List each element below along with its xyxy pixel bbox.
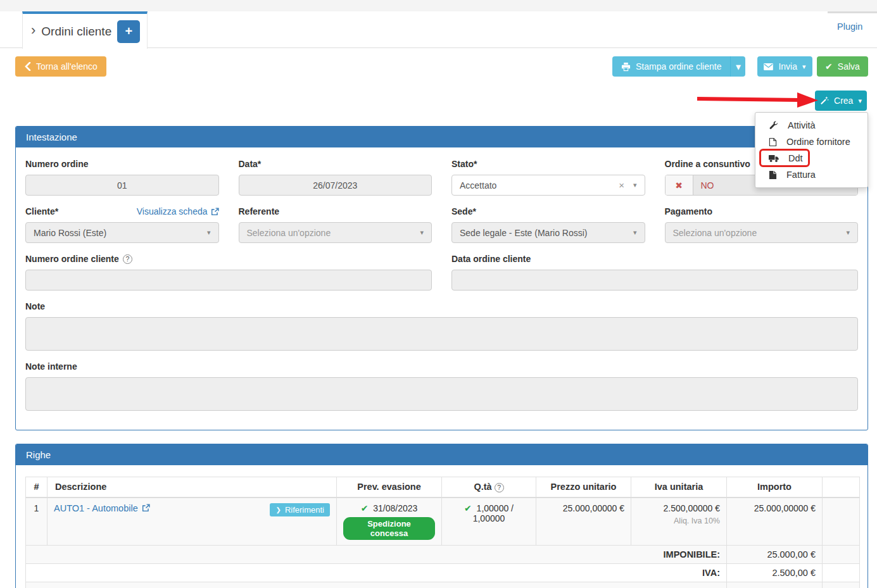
panel-title: Intestazione (26, 132, 77, 142)
table-header-row: # Descrizione Prev. evasione Q.tà ? Prez… (26, 477, 860, 497)
iva-value: 2.500,00000 € (638, 503, 720, 513)
row-prev-evasione-cell: ✔ 31/08/2023 Spedizione concessa (337, 497, 442, 546)
row-importo-cell: 25.000,00000 € (727, 497, 823, 546)
menu-item-attivita[interactable]: Attività (755, 117, 868, 134)
print-split-button: Stampa ordine cliente ▾ (612, 56, 745, 77)
stato-label: Stato* (451, 159, 645, 169)
note-textarea (25, 317, 858, 351)
truck-icon (769, 154, 779, 163)
file-solid-icon (769, 170, 777, 180)
chevron-right-icon: › (31, 23, 35, 37)
print-label: Stampa ordine cliente (636, 61, 721, 72)
spedizione-badge: Spedizione concessa (343, 517, 435, 540)
empty-cell (823, 563, 860, 582)
send-button[interactable]: Invia ▾ (757, 56, 812, 77)
col-descrizione: Descrizione (47, 477, 337, 497)
numero-ordine-label: Numero ordine (25, 159, 219, 169)
create-button[interactable]: Crea ▾ (815, 91, 867, 111)
wrench-icon (769, 121, 778, 130)
field-stato: Stato* Accettato × ▾ (451, 159, 645, 196)
field-data: Data* 26/07/2023 (239, 159, 432, 196)
envelope-icon (764, 63, 773, 70)
top-right-accent (828, 11, 877, 13)
print-dropdown-toggle[interactable]: ▾ (730, 56, 745, 77)
send-label: Invia (778, 61, 797, 72)
row-prezzo-cell: 25.000,00000 € (536, 497, 631, 546)
printer-icon (621, 62, 631, 72)
red-pointer-arrow (693, 92, 820, 108)
page-title: Ordini cliente (41, 25, 111, 39)
total-row-imponibile: IMPONIBILE: 25.000,00 € (26, 545, 860, 563)
field-numero-ordine-cliente: Numero ordine cliente ? (25, 254, 432, 291)
prev-evasione-date: 31/08/2023 (373, 503, 417, 513)
col-qta-label: Q.tà (474, 482, 491, 492)
help-icon: ? (123, 254, 132, 264)
panel-righe-header: Righe (16, 444, 868, 465)
sede-select: Sede legale - Este (Mario Rossi) ▾ (451, 222, 645, 243)
check-icon: ✔ (825, 61, 833, 72)
row-iva-cell: 2.500,00000 € Aliq. Iva 10% (631, 497, 727, 546)
check-icon: ✔ (361, 503, 369, 513)
visualizza-scheda-link[interactable]: Visualizza scheda (137, 206, 219, 216)
menu-item-label: Ordine fornitore (786, 137, 850, 147)
cliente-select: Mario Rossi (Este) ▾ (25, 222, 219, 243)
qta-value-2: 1,00000 (448, 513, 529, 523)
article-link[interactable]: AUTO1 - Automobile (54, 503, 150, 513)
chevron-right-icon: ❯ (275, 506, 281, 513)
menu-item-label: Fattura (786, 170, 816, 180)
stato-select[interactable]: Accettato × ▾ (451, 175, 645, 196)
file-outline-icon (769, 137, 777, 147)
pagamento-select: Seleziona un'opzione ▾ (665, 222, 859, 243)
field-pagamento: Pagamento Seleziona un'opzione ▾ (665, 206, 859, 243)
imponibile-label: IMPONIBILE: (26, 545, 727, 563)
col-actions (823, 477, 860, 497)
field-data-ordine-cliente: Data ordine cliente (451, 254, 858, 291)
add-order-button[interactable]: + (117, 20, 140, 43)
plugin-link[interactable]: Plugin (837, 22, 862, 32)
total-row-partial (26, 582, 860, 588)
back-to-list-button[interactable]: Torna all'elenco (15, 56, 106, 77)
clear-icon[interactable]: × (619, 180, 624, 191)
menu-item-ddt[interactable]: Ddt (755, 150, 868, 166)
back-to-list-label: Torna all'elenco (36, 61, 98, 72)
panel-righe: Righe # Descrizione Prev. evasione Q.tà … (15, 444, 868, 588)
note-interne-textarea (25, 377, 858, 411)
top-bar (0, 0, 877, 11)
caret-down-icon: ▾ (736, 61, 741, 73)
numero-ordine-input: 01 (25, 175, 219, 196)
referente-label: Referente (239, 206, 432, 216)
numero-ordine-cliente-label: Numero ordine cliente (25, 254, 119, 264)
print-button[interactable]: Stampa ordine cliente (612, 56, 730, 77)
col-num: # (26, 477, 47, 497)
riferimenti-label: Riferimenti (285, 505, 324, 515)
menu-item-ordine-fornitore[interactable]: Ordine fornitore (755, 134, 868, 150)
field-numero-ordine: Numero ordine 01 (25, 159, 219, 196)
cliente-label: Cliente* (25, 206, 58, 216)
note-label: Note (25, 301, 858, 311)
save-button[interactable]: ✔ Salva (817, 56, 868, 77)
save-label: Salva (838, 61, 860, 72)
page: › Ordini cliente + Plugin Torna all'elen… (0, 0, 877, 588)
panel-title: Righe (26, 449, 51, 460)
menu-item-label: Attività (788, 120, 816, 130)
create-label: Crea (834, 96, 853, 106)
referente-placeholder: Seleziona un'opzione (247, 228, 331, 238)
caret-down-icon: ▾ (207, 228, 211, 237)
col-importo: Importo (727, 477, 823, 497)
caret-down-icon: ▾ (846, 228, 850, 237)
tab-ordini-cliente[interactable]: › Ordini cliente + (22, 11, 148, 49)
field-cliente: Cliente* Visualizza scheda Mario Rossi (… (25, 206, 219, 243)
caret-down-icon: ▾ (633, 181, 637, 189)
menu-item-fattura[interactable]: Fattura (755, 166, 868, 183)
pagamento-label: Pagamento (665, 206, 859, 216)
sede-value: Sede legale - Este (Mario Rossi) (460, 228, 588, 238)
note-interne-label: Note interne (25, 361, 858, 372)
external-link-icon (211, 208, 219, 216)
data-label: Data* (239, 159, 432, 169)
create-dropdown-menu: Attività Ordine fornitore Ddt Fattura (755, 112, 868, 188)
data-ordine-cliente-input (451, 270, 858, 291)
check-icon: ✔ (464, 503, 472, 513)
imponibile-value: 25.000,00 € (727, 545, 823, 563)
riferimenti-badge[interactable]: ❯ Riferimenti (270, 503, 330, 516)
caret-down-icon: ▾ (802, 63, 806, 70)
